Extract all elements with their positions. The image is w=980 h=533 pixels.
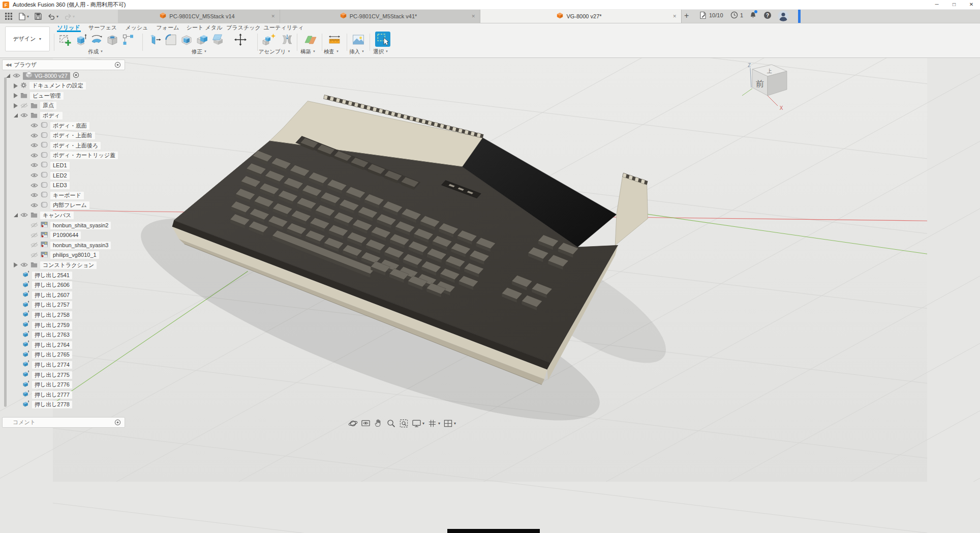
document-tab[interactable]: PC-9801CV_M5Stack v14✕	[118, 9, 280, 23]
tree-item-feature[interactable]: 押し出し2606	[22, 281, 72, 289]
tree-item-body[interactable]: LED3	[30, 182, 70, 190]
tree-item-canvas[interactable]: honbun_shita_syasin3	[30, 241, 111, 249]
group-dropdown-caret-icon[interactable]: ▼	[385, 50, 388, 53]
zoom-icon[interactable]	[386, 418, 396, 428]
close-button[interactable]: ✕	[963, 0, 980, 9]
fillet-icon[interactable]	[164, 33, 177, 46]
visibility-eye-off-icon[interactable]	[30, 241, 38, 250]
move-copy-icon[interactable]	[234, 33, 247, 46]
expander-collapsed-icon[interactable]	[14, 103, 18, 108]
avatar[interactable]	[778, 10, 789, 21]
expander-collapsed-icon[interactable]	[14, 83, 18, 88]
notifications-button[interactable]	[749, 11, 757, 20]
tree-item-label[interactable]: honbun_shita_syasin3	[50, 242, 111, 249]
visibility-eye-icon[interactable]	[13, 71, 20, 80]
look-at-icon[interactable]	[360, 418, 371, 428]
ribbon-tab[interactable]: ユーティリティ	[264, 24, 304, 32]
group-dropdown-caret-icon[interactable]: ▼	[313, 50, 316, 53]
browser-panel-header[interactable]: ◀◀ ブラウザ	[2, 60, 125, 70]
panel-options-icon[interactable]	[114, 62, 121, 68]
tab-close-icon[interactable]: ✕	[271, 14, 275, 19]
tree-item-feature[interactable]: 押し出し2765	[22, 351, 72, 359]
comment-bar[interactable]: コメント	[2, 417, 125, 428]
tree-item-label[interactable]: 押し出し2778	[32, 401, 72, 408]
tree-item-feature[interactable]: 押し出し2763	[22, 331, 72, 339]
visibility-eye-icon[interactable]	[30, 181, 38, 190]
tree-item-feature[interactable]: 押し出し2759	[22, 321, 72, 329]
visibility-eye-icon[interactable]	[30, 151, 38, 160]
edit-count-badge[interactable]: 10/10	[699, 11, 723, 19]
tree-item-label[interactable]: 押し出し2758	[32, 311, 72, 319]
workspace-selector[interactable]: デザイン▼	[5, 26, 50, 51]
group-dropdown-caret-icon[interactable]: ▼	[336, 50, 339, 53]
tree-item-label[interactable]: ビュー管理	[30, 92, 64, 100]
ribbon-group[interactable]: 作成▼	[88, 48, 103, 55]
viewports-caret-icon[interactable]: ▾	[454, 421, 456, 426]
tree-item-label[interactable]: ボディ・カートリッジ蓋	[50, 152, 118, 159]
joint-icon[interactable]	[281, 33, 294, 46]
visibility-eye-icon[interactable]	[30, 131, 38, 140]
tree-item-group[interactable]: 原点	[14, 102, 56, 110]
tree-item-label[interactable]: ボディ・上面前	[50, 132, 95, 139]
ribbon-group[interactable]: 検査▼	[324, 48, 339, 55]
tree-item-label[interactable]: 押し出し2606	[32, 281, 72, 289]
help-button[interactable]: ?	[763, 11, 772, 19]
create-sketch-icon[interactable]	[58, 33, 72, 46]
app-grid-icon[interactable]	[4, 12, 13, 21]
tree-item-feature[interactable]: 押し出し2607	[22, 291, 72, 299]
redo-caret-icon[interactable]: ▾	[73, 14, 75, 19]
hole-icon[interactable]	[106, 33, 119, 46]
visibility-eye-icon[interactable]	[20, 111, 28, 120]
tree-item-body[interactable]: LED2	[30, 171, 70, 180]
tab-close-icon[interactable]: ✕	[471, 14, 475, 19]
tree-item-body[interactable]: ボディ・上面後ろ	[30, 141, 101, 150]
expander-expanded-icon[interactable]	[14, 113, 18, 117]
ribbon-group[interactable]: 挿入▼	[349, 48, 364, 55]
tree-item-body[interactable]: キーボード	[30, 191, 84, 199]
display-settings-icon[interactable]	[411, 418, 421, 428]
visibility-eye-icon[interactable]	[30, 141, 38, 150]
ribbon-tab[interactable]: サーフェス	[88, 24, 117, 32]
tree-item-label[interactable]: 押し出し2775	[32, 371, 72, 379]
tree-item-chip[interactable]: VG-8000 v27	[23, 72, 70, 80]
select-tool-icon[interactable]	[375, 32, 390, 47]
activate-component-radio[interactable]	[73, 71, 79, 80]
tree-item-label[interactable]: ドキュメントの設定	[29, 82, 86, 90]
tree-item-label[interactable]: 原点	[40, 102, 56, 109]
document-tab[interactable]: VG-8000 v27*✕	[480, 9, 682, 23]
group-dropdown-caret-icon[interactable]: ▼	[100, 50, 103, 53]
revolve-icon[interactable]	[90, 33, 103, 46]
tree-item-group[interactable]: キャンバス	[14, 211, 74, 219]
tree-item-group[interactable]: ビュー管理	[14, 92, 64, 100]
tree-item-group[interactable]: コンストラクション	[14, 261, 97, 269]
tree-item-label[interactable]: キーボード	[50, 192, 84, 199]
tree-item-feature[interactable]: 押し出し2764	[22, 341, 72, 349]
group-dropdown-caret-icon[interactable]: ▼	[204, 50, 207, 53]
visibility-eye-icon[interactable]	[20, 260, 28, 270]
expander-expanded-icon[interactable]	[6, 74, 10, 78]
measure-icon[interactable]	[328, 33, 341, 46]
ribbon-tab[interactable]: シート メタル	[187, 24, 222, 32]
minimize-button[interactable]: ─	[928, 0, 945, 9]
ribbon-tab[interactable]: フォーム	[157, 24, 179, 32]
document-tab[interactable]: PC-9801CV_M5Stack v41*✕	[280, 9, 480, 23]
collapse-panel-icon[interactable]: ◀◀	[6, 63, 11, 67]
tree-item-body[interactable]: 内部フレーム	[30, 201, 89, 210]
redo-icon[interactable]	[63, 12, 72, 21]
press-pull-icon[interactable]	[148, 33, 162, 46]
file-menu-icon[interactable]	[17, 12, 26, 21]
split-body-icon[interactable]	[211, 33, 225, 46]
save-icon[interactable]	[34, 12, 43, 21]
ribbon-group[interactable]: 修正▼	[192, 48, 207, 55]
tree-item-group[interactable]: ドキュメントの設定	[14, 82, 86, 90]
tree-item-label[interactable]: ボディ・上面後ろ	[50, 142, 101, 150]
tree-item-body[interactable]: ボディ・上面前	[30, 132, 95, 140]
visibility-eye-icon[interactable]	[30, 191, 38, 200]
ribbon-group[interactable]: 選択▼	[373, 48, 388, 55]
tree-item-feature[interactable]: 押し出し2775	[22, 371, 72, 379]
insert-image-icon[interactable]	[352, 33, 365, 46]
visibility-eye-off-icon[interactable]	[30, 231, 38, 240]
undo-icon[interactable]	[47, 12, 56, 21]
visibility-eye-off-icon[interactable]	[30, 221, 38, 230]
visibility-eye-off-icon[interactable]	[20, 101, 28, 110]
